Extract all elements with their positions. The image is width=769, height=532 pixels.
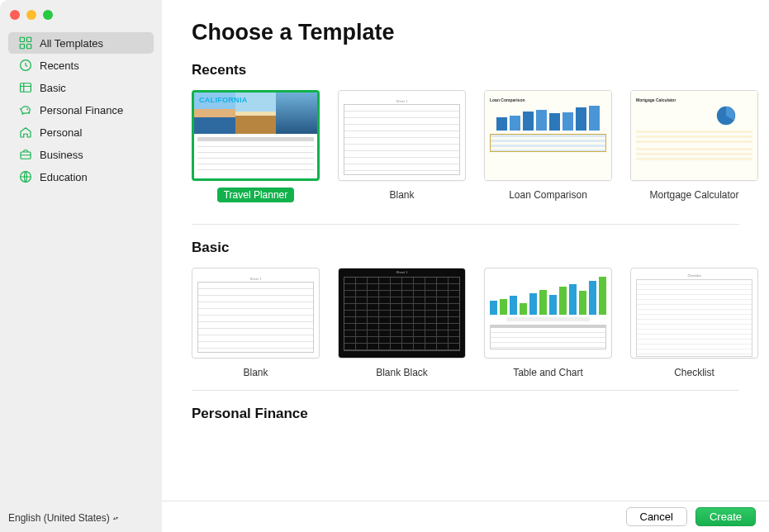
briefcase-icon	[18, 147, 33, 162]
template-card-travel-planner[interactable]: CALIFORNIA Travel Planner	[192, 90, 320, 214]
template-card-mortgage-calculator[interactable]: Mortgage Calculator Mortgage Calculator	[630, 90, 758, 214]
thumbnail-text: CALIFORNIA	[199, 96, 248, 104]
template-caption: Blank	[382, 188, 420, 202]
template-card-checklist[interactable]: Checklist Checklist	[630, 268, 758, 380]
section-heading-recents: Recents	[192, 62, 769, 78]
minimize-window-button[interactable]	[26, 10, 36, 20]
template-thumbnail: Mortgage Calculator	[630, 90, 758, 181]
template-row-recents: CALIFORNIA Travel Planner Sheet 1 Blank …	[192, 90, 769, 214]
template-thumbnail: Loan Comparison	[484, 90, 612, 181]
template-thumbnail	[484, 268, 612, 359]
language-selector[interactable]: English (United States) ▴▾	[8, 512, 154, 524]
template-caption: Blank	[236, 365, 274, 380]
template-caption: Travel Planner	[217, 188, 295, 202]
updown-icon: ▴▾	[113, 516, 118, 520]
template-caption: Mortgage Calculator	[643, 188, 745, 202]
sidebar-category-list: All Templates Recents Basic Personal Fin…	[0, 31, 162, 188]
template-card-blank[interactable]: Sheet 1 Blank	[192, 268, 320, 380]
sidebar-item-personal[interactable]: Personal	[8, 121, 154, 143]
language-label: English (United States)	[8, 512, 110, 524]
svg-rect-0	[20, 37, 24, 41]
template-card-blank-black[interactable]: Sheet 1 Blank Black	[338, 268, 466, 380]
table-icon	[18, 80, 33, 95]
template-card-table-and-chart[interactable]: Table and Chart	[484, 268, 612, 380]
cancel-button[interactable]: Cancel	[626, 507, 687, 526]
zoom-window-button[interactable]	[43, 10, 53, 20]
sidebar-item-label: Business	[40, 149, 83, 161]
sidebar-item-label: Personal	[40, 126, 82, 139]
sidebar-item-basic[interactable]: Basic	[8, 77, 154, 98]
svg-rect-5	[21, 83, 31, 93]
piggy-bank-icon	[18, 102, 33, 117]
footer-bar: Cancel Create	[162, 501, 769, 532]
grid-icon	[18, 36, 33, 50]
sidebar: All Templates Recents Basic Personal Fin…	[0, 28, 162, 532]
section-heading-basic: Basic	[192, 240, 769, 256]
globe-icon	[18, 169, 33, 184]
template-card-blank[interactable]: Sheet 1 Blank	[338, 90, 466, 214]
page-title: Choose a Template	[192, 20, 769, 45]
section-divider	[192, 224, 739, 225]
template-browser: Choose a Template Recents CALIFORNIA Tra…	[162, 0, 769, 501]
thumbnail-text: Loan Comparison	[490, 97, 606, 102]
sidebar-item-all-templates[interactable]: All Templates	[8, 32, 154, 54]
template-thumbnail: Sheet 1	[338, 90, 466, 181]
template-thumbnail: Sheet 1	[338, 268, 466, 359]
template-caption: Table and Chart	[506, 365, 590, 380]
template-row-basic: Sheet 1 Blank Sheet 1 Blank Black	[192, 268, 769, 380]
sidebar-item-personal-finance[interactable]: Personal Finance	[8, 99, 154, 121]
svg-point-6	[27, 109, 28, 110]
sidebar-item-label: Personal Finance	[40, 104, 123, 116]
sidebar-item-label: Education	[40, 171, 88, 183]
template-caption: Loan Comparison	[502, 188, 594, 202]
sidebar-item-label: Basic	[40, 82, 66, 94]
section-heading-personal-finance: Personal Finance	[192, 406, 769, 422]
window-controls	[10, 10, 53, 20]
clock-icon	[18, 58, 33, 73]
template-caption: Blank Black	[369, 365, 434, 380]
svg-rect-2	[20, 45, 24, 49]
sidebar-item-recents[interactable]: Recents	[8, 55, 154, 76]
template-card-loan-comparison[interactable]: Loan Comparison Loan Comparison	[484, 90, 612, 214]
sidebar-item-education[interactable]: Education	[8, 166, 154, 188]
template-caption: Checklist	[667, 365, 721, 380]
template-thumbnail: Sheet 1	[192, 268, 320, 359]
sidebar-item-label: All Templates	[40, 37, 103, 50]
template-thumbnail: CALIFORNIA	[192, 90, 320, 181]
thumbnail-text: Mortgage Calculator	[636, 97, 752, 102]
house-icon	[18, 125, 33, 140]
create-button[interactable]: Create	[695, 507, 756, 526]
section-divider	[192, 390, 739, 391]
sidebar-item-label: Recents	[40, 59, 79, 72]
close-window-button[interactable]	[10, 10, 20, 20]
svg-rect-1	[27, 37, 31, 41]
sidebar-item-business[interactable]: Business	[8, 144, 154, 165]
svg-rect-3	[27, 45, 31, 49]
template-thumbnail: Checklist	[630, 268, 758, 359]
